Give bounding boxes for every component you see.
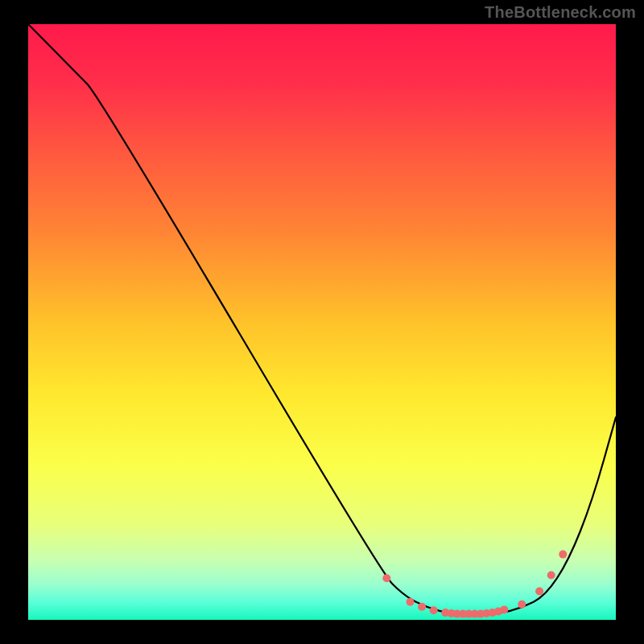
plot-area (28, 24, 616, 620)
marker-dot (547, 572, 555, 580)
gradient-background (28, 24, 616, 620)
marker-dot (418, 603, 426, 611)
watermark-text: TheBottleneck.com (485, 3, 636, 22)
marker-dot (535, 588, 543, 596)
marker-dot (559, 551, 567, 559)
marker-dot (407, 598, 415, 606)
chart-svg (28, 24, 616, 620)
marker-dot (518, 601, 526, 609)
marker-dot (430, 606, 438, 614)
marker-dot (500, 605, 508, 613)
marker-dot (382, 574, 390, 582)
chart-frame: TheBottleneck.com (0, 0, 644, 644)
